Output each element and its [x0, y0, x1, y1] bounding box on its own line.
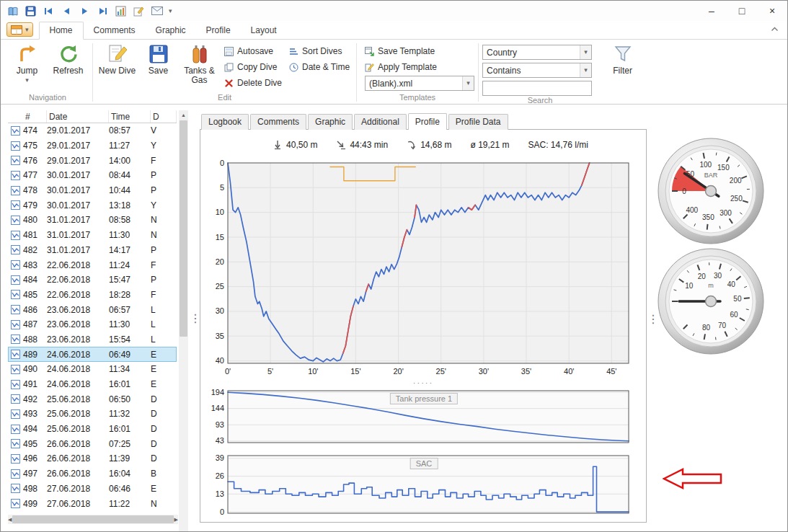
- dive-site: L: [151, 334, 177, 345]
- maximize-button[interactable]: □: [727, 1, 757, 21]
- dive-row[interactable]: 484 22.06.2018 15:47 P: [8, 272, 177, 288]
- dive-site: B: [151, 469, 177, 479]
- dive-row[interactable]: 492 25.06.2018 06:50 D: [8, 391, 177, 407]
- vertical-scrollbar-thumb[interactable]: [180, 120, 187, 337]
- tab-profile[interactable]: Profile: [408, 113, 447, 130]
- save-dive-button[interactable]: Save: [138, 41, 179, 90]
- tank-pressure-label[interactable]: Tank pressure 1: [390, 393, 458, 404]
- column-header-date[interactable]: Date: [47, 110, 109, 123]
- dive-date: 25.06.2018: [47, 409, 109, 419]
- dive-row[interactable]: 482 31.01.2017 14:17 P: [8, 243, 177, 258]
- scroll-right-icon[interactable]: ▶: [174, 515, 178, 524]
- email-icon[interactable]: [151, 5, 163, 17]
- svg-text:15': 15': [350, 367, 360, 376]
- tab-additional[interactable]: Additional: [354, 114, 407, 130]
- ribbon-tab-layout[interactable]: Layout: [241, 22, 287, 39]
- dive-row[interactable]: 490 24.06.2018 11:34 E: [8, 362, 177, 377]
- new-dive-button[interactable]: New Dive: [97, 41, 138, 90]
- dive-row[interactable]: 495 26.06.2018 07:25 D: [8, 436, 177, 451]
- list-detail-splitter[interactable]: ⋮: [191, 105, 200, 531]
- dive-row[interactable]: 474 29.01.2017 08:57 V: [8, 123, 177, 138]
- filter-button[interactable]: Filter: [602, 41, 643, 90]
- vertical-scrollbar[interactable]: ▲ ▼: [179, 110, 188, 532]
- column-header-divesite[interactable]: D: [151, 110, 177, 123]
- date-time-button[interactable]: Date & Time: [286, 60, 353, 74]
- ribbon-tab-comments[interactable]: Comments: [84, 22, 146, 39]
- statistics-icon[interactable]: [115, 5, 127, 17]
- next-record-icon[interactable]: [79, 5, 91, 17]
- dive-row[interactable]: 481 31.01.2017 11:30 N: [8, 228, 177, 243]
- horizontal-scrollbar-thumb[interactable]: [12, 515, 173, 523]
- dive-time: 06:49: [109, 350, 151, 360]
- dive-row[interactable]: 494 25.06.2018 16:01 D: [8, 422, 177, 437]
- dive-row[interactable]: 487 23.06.2018 11:30 L: [8, 317, 177, 332]
- horizontal-scrollbar[interactable]: ◀ ▶: [8, 515, 178, 524]
- apply-template-button[interactable]: Apply Template: [362, 60, 474, 74]
- dive-row[interactable]: 478 30.01.2017 10:44 P: [8, 183, 177, 198]
- refresh-button[interactable]: Refresh: [48, 41, 89, 90]
- svg-text:35: 35: [216, 332, 224, 340]
- tanks-gas-button[interactable]: Tanks & Gas: [179, 41, 220, 90]
- tab-comments[interactable]: Comments: [250, 114, 306, 130]
- sac-label[interactable]: SAC: [410, 458, 438, 469]
- dive-time: 16:01: [109, 424, 151, 434]
- dive-date: 25.06.2018: [47, 424, 109, 434]
- tab-graphic[interactable]: Graphic: [308, 114, 353, 130]
- search-operator-dropdown[interactable]: Contains ▾: [482, 63, 592, 78]
- save-icon[interactable]: [25, 5, 37, 17]
- new-entry-icon[interactable]: [133, 5, 145, 17]
- autosave-button[interactable]: Autosave: [221, 44, 285, 58]
- dive-row[interactable]: 477 30.01.2017 08:44 P: [8, 168, 177, 183]
- first-record-icon[interactable]: [43, 5, 55, 17]
- svg-text:35': 35': [521, 367, 531, 376]
- dive-row[interactable]: 483 22.06.2018 11:24 F: [8, 257, 177, 272]
- dive-row[interactable]: 493 25.06.2018 11:32 D: [8, 407, 177, 422]
- minimize-button[interactable]: –: [696, 1, 727, 21]
- dive-row[interactable]: 476 29.01.2017 14:00 F: [8, 153, 177, 168]
- column-header-time[interactable]: Time: [109, 110, 151, 123]
- search-field-value: Country: [483, 48, 580, 58]
- search-operator-dropdown-icon: ▾: [580, 63, 591, 77]
- dive-row[interactable]: 479 30.01.2017 13:18 Y: [8, 198, 177, 213]
- tab-profile-data[interactable]: Profile Data: [448, 114, 508, 130]
- dive-row[interactable]: 488 23.06.2018 15:54 L: [8, 332, 177, 347]
- dive-row[interactable]: 485 22.06.2018 18:28 F: [8, 288, 177, 303]
- ribbon-tab-graphic[interactable]: Graphic: [146, 22, 196, 39]
- collapse-ribbon-icon[interactable]: [771, 22, 779, 35]
- jump-button[interactable]: Jump ▾: [6, 41, 48, 90]
- scroll-left-icon[interactable]: ◀: [8, 515, 12, 524]
- dive-row[interactable]: 497 26.06.2018 16:04 B: [8, 466, 177, 482]
- dive-row[interactable]: 480 31.01.2017 08:58 N: [8, 213, 177, 228]
- ribbon-tab-profile[interactable]: Profile: [196, 22, 241, 39]
- chart-splitter-handle[interactable]: ·····: [202, 379, 645, 388]
- sort-dives-button[interactable]: Sort Dives: [286, 44, 353, 58]
- last-record-icon[interactable]: [97, 5, 109, 17]
- previous-record-icon[interactable]: [61, 5, 73, 17]
- dive-row[interactable]: 499 27.06.2018 11:22 N: [8, 496, 177, 511]
- scroll-up-icon[interactable]: ▲: [181, 110, 186, 120]
- save-dive-icon: [148, 43, 169, 65]
- tab-logbook[interactable]: Logbook: [201, 114, 249, 130]
- dive-row[interactable]: 498 27.06.2018 06:46 E: [8, 482, 177, 497]
- save-template-button[interactable]: Save Template: [362, 44, 474, 58]
- dive-row[interactable]: 489 24.06.2018 06:49 E: [8, 347, 177, 362]
- logbook-icon[interactable]: [6, 5, 19, 17]
- copy-dive-button[interactable]: Copy Dive: [221, 60, 285, 74]
- app-menu-button[interactable]: ▾: [6, 22, 33, 37]
- dive-row[interactable]: 491 24.06.2018 16:01 E: [8, 377, 177, 392]
- template-file-dropdown[interactable]: (Blank).xml ▾: [365, 76, 474, 91]
- search-field-dropdown[interactable]: Country ▾: [482, 45, 592, 60]
- save-dive-label: Save: [149, 66, 168, 76]
- dive-row[interactable]: 486 23.06.2018 06:57 L: [8, 302, 177, 317]
- dive-site: D: [151, 409, 177, 419]
- dive-row[interactable]: 496 26.06.2018 11:39 D: [8, 451, 177, 466]
- dive-profile-row-icon: [8, 334, 23, 344]
- delete-dive-button[interactable]: Delete Dive: [221, 76, 285, 90]
- column-header-number[interactable]: #: [23, 110, 47, 123]
- close-button[interactable]: ×: [757, 1, 787, 21]
- dive-row[interactable]: 475 29.01.2017 11:27 Y: [8, 138, 177, 154]
- ribbon-tab-home[interactable]: Home: [39, 22, 84, 40]
- search-input[interactable]: [482, 81, 592, 96]
- qat-more-icon[interactable]: ▾: [169, 8, 172, 14]
- dive-number: 493: [23, 409, 47, 419]
